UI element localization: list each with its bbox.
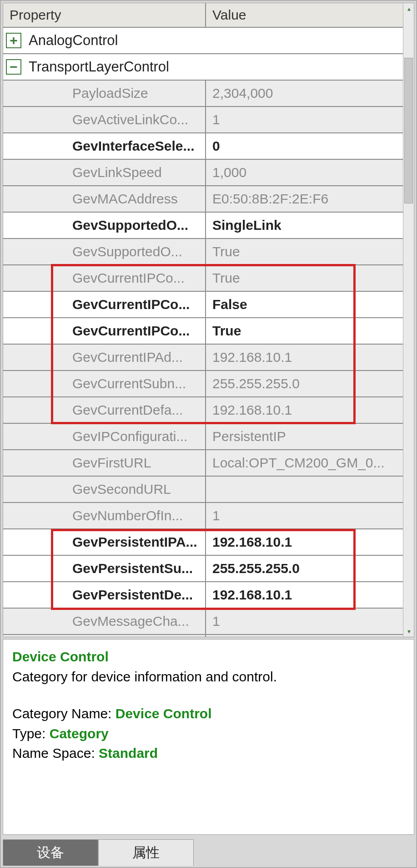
category-name-label: Category Name: [12, 706, 116, 721]
namespace-label: Name Space: [12, 746, 99, 761]
prop-label: GevSecondURL [3, 477, 206, 502]
prop-label: GevMACAddress [3, 186, 206, 212]
collapse-icon[interactable]: − [6, 59, 21, 75]
prop-label: GevSupportedO... [3, 213, 206, 238]
prop-value: 255.255.255.0 [206, 371, 403, 396]
prop-label: GevCurrentIPCo... [3, 318, 206, 344]
prop-gev-first-url[interactable]: GevFirstURL Local:OPT_CM200_GM_0... [3, 450, 403, 477]
type-value: Category [50, 726, 109, 741]
prop-gev-current-default-gateway[interactable]: GevCurrentDefa... 192.168.10.1 [3, 397, 403, 424]
prop-label: GevNumberOfIn... [3, 503, 206, 528]
prop-gev-persistent-ip-address[interactable]: GevPersistentIPA... 192.168.10.1 [3, 529, 403, 556]
prop-gev-current-ip-config-1[interactable]: GevCurrentIPCo... True [3, 265, 403, 292]
category-transport-layer-control[interactable]: − TransportLayerControl [3, 54, 403, 81]
prop-label: GevFirstURL [3, 450, 206, 476]
category-name-value: Device Control [116, 706, 212, 721]
prop-label: GevCurrentIPCo... [3, 292, 206, 317]
prop-label: GevCurrentIPCo... [3, 265, 206, 291]
prop-value[interactable]: 192.168.10.1 [206, 582, 403, 608]
prop-value: 192.168.10.1 [206, 397, 403, 423]
prop-value: True [206, 239, 403, 264]
property-panel: Property Value + AnalogControl − Transpo… [0, 0, 417, 868]
prop-label: GevCurrentIPAd... [3, 345, 206, 370]
prop-gev-persistent-subnet[interactable]: GevPersistentSu... 255.255.255.0 [3, 556, 403, 582]
vertical-scrollbar[interactable]: ▴ ▾ [403, 3, 414, 637]
prop-payload-size[interactable]: PayloadSize 2,304,000 [3, 81, 403, 107]
prop-value [206, 477, 403, 502]
prop-gev-supported-option-2[interactable]: GevSupportedO... True [3, 239, 403, 265]
prop-label: GevCurrentSubn... [3, 371, 206, 396]
prop-label: GevPersistentIPA... [3, 529, 206, 555]
prop-label: GevMessageCha... [3, 609, 206, 634]
prop-label: GevStreamChan... [3, 635, 206, 637]
prop-value: 192.168.10.1 [206, 345, 403, 370]
prop-value: 1 [206, 609, 403, 634]
prop-gev-current-ip-config-3[interactable]: GevCurrentIPCo... True [3, 318, 403, 345]
prop-label: GevPersistentDe... [3, 582, 206, 608]
prop-value: PersistentIP [206, 424, 403, 449]
prop-gev-active-link-count[interactable]: GevActiveLinkCo... 1 [3, 107, 403, 133]
column-header-property[interactable]: Property [3, 3, 206, 27]
prop-label: GevActiveLinkCo... [3, 107, 206, 132]
prop-gev-ip-configuration[interactable]: GevIPConfigurati... PersistentIP [3, 424, 403, 450]
column-header-value[interactable]: Value [206, 3, 403, 27]
scroll-up-icon[interactable]: ▴ [403, 3, 414, 14]
prop-gev-current-subnet[interactable]: GevCurrentSubn... 255.255.255.0 [3, 371, 403, 397]
prop-value: E0:50:8B:2F:2E:F6 [206, 186, 403, 212]
property-grid: Property Value + AnalogControl − Transpo… [3, 3, 403, 637]
prop-gev-current-ip-config-2[interactable]: GevCurrentIPCo... False [3, 292, 403, 318]
category-label: TransportLayerControl [29, 59, 169, 75]
prop-value[interactable]: True [206, 318, 403, 344]
description-panel: Device Control Category for device infor… [3, 639, 414, 835]
prop-gev-interface-selector[interactable]: GevInterfaceSele... 0 [3, 133, 403, 160]
prop-value: 2,304,000 [206, 81, 403, 106]
prop-value: True [206, 265, 403, 291]
prop-value: Local:OPT_CM200_GM_0... [206, 450, 403, 476]
prop-gev-message-channel[interactable]: GevMessageCha... 1 [3, 609, 403, 635]
prop-value[interactable]: 0 [206, 133, 403, 159]
prop-value: 1 [206, 503, 403, 528]
prop-value: 1 [206, 107, 403, 132]
prop-gev-stream-channel[interactable]: GevStreamChan... 1 [3, 635, 403, 637]
property-grid-container: Property Value + AnalogControl − Transpo… [3, 3, 414, 637]
grid-rows: + AnalogControl − TransportLayerControl … [3, 28, 403, 637]
prop-gev-link-speed[interactable]: GevLinkSpeed 1,000 [3, 160, 403, 186]
prop-gev-second-url[interactable]: GevSecondURL [3, 477, 403, 503]
prop-gev-supported-option-1[interactable]: GevSupportedO... SingleLink [3, 213, 403, 239]
prop-gev-persistent-default-gateway[interactable]: GevPersistentDe... 192.168.10.1 [3, 582, 403, 609]
prop-gev-number-of-interfaces[interactable]: GevNumberOfIn... 1 [3, 503, 403, 529]
expand-icon[interactable]: + [6, 33, 21, 48]
description-title: Device Control [12, 649, 109, 664]
prop-value[interactable]: SingleLink [206, 213, 403, 238]
category-analog-control[interactable]: + AnalogControl [3, 28, 403, 54]
prop-gev-mac-address[interactable]: GevMACAddress E0:50:8B:2F:2E:F6 [3, 186, 403, 213]
tab-device[interactable]: 设备 [3, 839, 98, 866]
prop-value: 1 [206, 635, 403, 637]
prop-value[interactable]: 192.168.10.1 [206, 529, 403, 555]
prop-label: GevLinkSpeed [3, 160, 206, 185]
tab-properties[interactable]: 属性 [98, 839, 194, 866]
scroll-thumb[interactable] [404, 58, 413, 203]
namespace-value: Standard [99, 746, 158, 761]
prop-value: 1,000 [206, 160, 403, 185]
prop-label: GevCurrentDefa... [3, 397, 206, 423]
bottom-tabs: 设备 属性 [1, 837, 416, 866]
prop-gev-current-ip-address[interactable]: GevCurrentIPAd... 192.168.10.1 [3, 345, 403, 371]
prop-value[interactable]: 255.255.255.0 [206, 556, 403, 581]
prop-label: GevPersistentSu... [3, 556, 206, 581]
prop-label: GevSupportedO... [3, 239, 206, 264]
prop-value[interactable]: False [206, 292, 403, 317]
type-label: Type: [12, 726, 50, 741]
prop-label: GevIPConfigurati... [3, 424, 206, 449]
category-label: AnalogControl [29, 32, 118, 49]
prop-label: GevInterfaceSele... [3, 133, 206, 159]
description-summary: Category for device information and cont… [12, 667, 405, 687]
prop-label: PayloadSize [3, 81, 206, 106]
grid-header: Property Value [3, 3, 403, 28]
scroll-down-icon[interactable]: ▾ [403, 626, 414, 637]
